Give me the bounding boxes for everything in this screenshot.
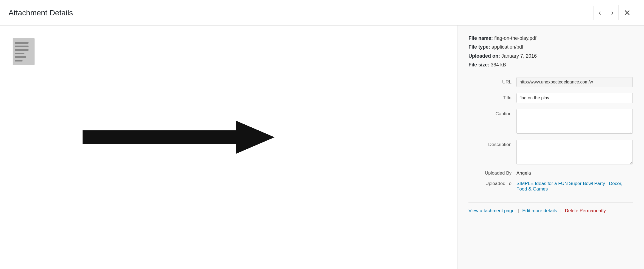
svg-rect-1 — [15, 42, 29, 44]
svg-marker-7 — [83, 121, 275, 154]
file-size-row: File size: 364 kB — [468, 60, 633, 69]
file-metadata: File name: flag-on-the-play.pdf File typ… — [468, 34, 633, 69]
uploaded-on-row: Uploaded on: January 7, 2016 — [468, 52, 633, 60]
title-row: Title — [468, 93, 633, 103]
modal-container: Attachment Details ‹ › ✕ — [0, 0, 644, 269]
svg-rect-2 — [15, 46, 29, 47]
uploaded-to-row: Uploaded To SIMPLE Ideas for a FUN Super… — [468, 181, 633, 192]
separator-1: | — [518, 208, 519, 214]
view-attachment-link[interactable]: View attachment page — [468, 208, 515, 214]
caption-label: Caption — [468, 109, 516, 117]
prev-button[interactable]: ‹ — [594, 6, 606, 20]
uploaded-by-value: Angela — [516, 170, 633, 176]
modal-navigation: ‹ › ✕ — [594, 5, 635, 20]
svg-rect-5 — [15, 56, 26, 58]
uploaded-to-label: Uploaded To — [468, 181, 516, 186]
file-size-value: 364 kB — [491, 62, 506, 68]
file-size-label: File size: — [468, 62, 489, 68]
file-type-value: application/pdf — [492, 44, 523, 50]
uploaded-on-value: January 7, 2016 — [501, 53, 537, 59]
file-type-row: File type: application/pdf — [468, 43, 633, 51]
svg-rect-6 — [15, 60, 22, 61]
file-type-label: File type: — [468, 44, 490, 50]
arrow-decoration — [83, 121, 275, 154]
uploaded-on-label: Uploaded on: — [468, 53, 500, 59]
url-label: URL — [468, 77, 516, 85]
close-button[interactable]: ✕ — [618, 5, 635, 20]
caption-textarea[interactable] — [516, 109, 633, 134]
description-label: Description — [468, 140, 516, 147]
svg-rect-3 — [15, 49, 29, 51]
file-name-label: File name: — [468, 35, 493, 41]
preview-area — [0, 26, 457, 269]
uploaded-by-label: Uploaded By — [468, 170, 516, 176]
caption-row: Caption — [468, 109, 633, 134]
description-row: Description — [468, 140, 633, 164]
svg-rect-4 — [15, 53, 24, 54]
modal-body: File name: flag-on-the-play.pdf File typ… — [0, 26, 644, 269]
attachment-details-sidebar: File name: flag-on-the-play.pdf File typ… — [457, 26, 644, 269]
file-name-row: File name: flag-on-the-play.pdf — [468, 34, 633, 43]
modal-header: Attachment Details ‹ › ✕ — [0, 0, 644, 26]
url-row: URL — [468, 77, 633, 87]
title-input[interactable] — [516, 93, 633, 103]
modal-title: Attachment Details — [9, 9, 73, 17]
url-input[interactable] — [516, 77, 633, 87]
file-icon — [11, 37, 36, 67]
edit-more-details-link[interactable]: Edit more details — [522, 208, 557, 214]
delete-permanently-link[interactable]: Delete Permanently — [565, 208, 606, 214]
action-links: View attachment page | Edit more details… — [468, 208, 633, 214]
uploaded-to-link[interactable]: SIMPLE Ideas for a FUN Super Bowl Party … — [516, 181, 633, 192]
separator-2: | — [560, 208, 561, 214]
description-textarea[interactable] — [516, 140, 633, 164]
next-button[interactable]: › — [606, 6, 618, 20]
uploaded-by-row: Uploaded By Angela — [468, 170, 633, 176]
divider — [468, 202, 633, 203]
file-name-value: flag-on-the-play.pdf — [494, 35, 536, 41]
title-label: Title — [468, 93, 516, 101]
